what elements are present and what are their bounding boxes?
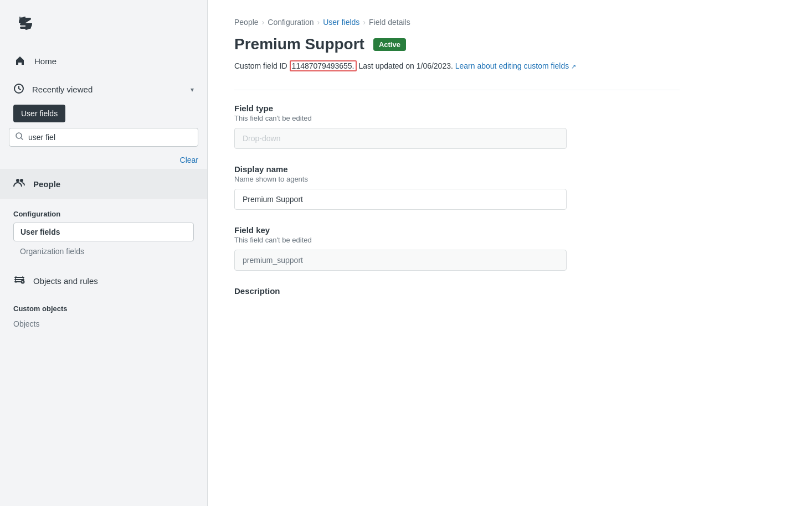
breadcrumb-field-details: Field details	[369, 18, 410, 27]
field-key-section: Field key This field can't be edited	[234, 225, 680, 271]
field-key-input	[234, 250, 567, 271]
field-id-prefix: Custom field ID	[234, 61, 287, 70]
sidebar: Home Recently viewed ▾ User fields	[0, 0, 208, 506]
separator-1	[234, 90, 680, 90]
sidebar-item-people[interactable]: People	[0, 169, 207, 199]
home-label: Home	[34, 56, 56, 66]
external-link-icon: ↗	[571, 63, 576, 70]
field-type-label: Field type	[234, 104, 680, 113]
field-type-section: Field type This field can't be edited	[234, 104, 680, 149]
updated-text-value: Last updated on 1/06/2023.	[358, 61, 453, 70]
search-wrapper	[9, 128, 198, 147]
field-key-hint: This field can't be edited	[234, 236, 680, 244]
page-title: Premium Support	[234, 35, 364, 53]
search-input[interactable]	[28, 133, 192, 142]
breadcrumb-configuration: Configuration	[268, 18, 314, 27]
sidebar-item-recently-viewed[interactable]: Recently viewed ▾	[0, 75, 207, 104]
main-content: People › Configuration › User fields › F…	[208, 0, 812, 506]
breadcrumb-user-fields[interactable]: User fields	[323, 18, 359, 27]
custom-objects-section: Custom objects Objects	[0, 296, 207, 336]
configuration-title: Configuration	[13, 210, 194, 218]
display-name-label: Display name	[234, 164, 680, 174]
zendesk-logo-icon	[13, 11, 38, 35]
active-badge: Active	[373, 38, 406, 51]
description-label: Description	[234, 286, 680, 296]
display-name-hint: Name shown to agents	[234, 175, 680, 183]
config-item-user-fields[interactable]: User fields	[13, 223, 194, 241]
objects-rules-icon	[13, 273, 25, 288]
tooltip-container: User fields	[13, 105, 207, 122]
sidebar-item-objects-rules[interactable]: Objects and rules	[0, 266, 207, 296]
tooltip-text: User fields	[21, 109, 58, 118]
custom-objects-item-objects[interactable]: Objects	[13, 316, 194, 332]
meta-row: Custom field ID 11487079493655. Last upd…	[234, 60, 680, 72]
breadcrumb-sep-1: ›	[262, 18, 265, 27]
breadcrumb-people: People	[234, 18, 259, 27]
search-icon	[15, 132, 24, 143]
people-label: People	[33, 179, 60, 189]
breadcrumb-sep-3: ›	[363, 18, 366, 27]
svg-point-3	[16, 179, 19, 182]
svg-point-4	[20, 179, 23, 182]
main-inner: People › Configuration › User fields › F…	[208, 0, 706, 329]
config-item-org-fields[interactable]: Organization fields	[13, 242, 194, 260]
breadcrumb: People › Configuration › User fields › F…	[234, 18, 680, 27]
breadcrumb-sep-2: ›	[317, 18, 320, 27]
search-container	[0, 123, 207, 151]
chevron-down-icon: ▾	[191, 86, 194, 94]
home-icon	[13, 54, 27, 68]
display-name-input[interactable]	[234, 189, 567, 210]
clock-icon	[13, 83, 24, 96]
description-section: Description	[234, 286, 680, 296]
clear-button[interactable]: Clear	[0, 153, 207, 169]
field-key-label: Field key	[234, 225, 680, 235]
configuration-section: Configuration User fields Organization f…	[0, 199, 207, 266]
sidebar-item-home[interactable]: Home	[0, 47, 207, 75]
recently-viewed-label: Recently viewed	[32, 85, 92, 94]
learn-link[interactable]: Learn about editing custom fields	[455, 61, 569, 70]
people-icon	[13, 177, 25, 191]
field-type-hint: This field can't be edited	[234, 114, 680, 122]
field-type-input	[234, 128, 567, 149]
title-row: Premium Support Active	[234, 35, 680, 53]
logo-area	[0, 0, 207, 47]
objects-rules-label: Objects and rules	[33, 276, 98, 286]
display-name-section: Display name Name shown to agents	[234, 164, 680, 210]
custom-objects-title: Custom objects	[13, 304, 194, 313]
field-id-value: 11487079493655.	[290, 60, 357, 71]
tooltip-box: User fields	[13, 105, 65, 122]
